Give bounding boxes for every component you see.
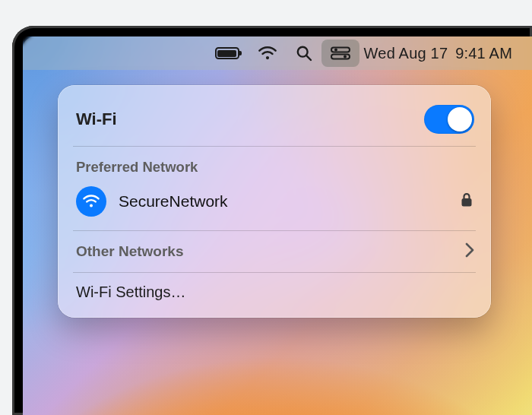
menubar-time: 9:41 AM [455, 45, 512, 62]
divider [73, 146, 476, 147]
svg-line-1 [306, 55, 311, 60]
wifi-status-icon[interactable] [249, 40, 287, 67]
menubar-date: Wed Aug 17 [364, 45, 448, 62]
panel-title: Wi-Fi [76, 109, 424, 129]
svg-rect-4 [331, 55, 350, 59]
battery-status-icon[interactable] [206, 40, 249, 67]
svg-point-5 [344, 55, 347, 59]
svg-rect-2 [331, 48, 350, 52]
wifi-panel: Wi-Fi Preferred Network SecureNetwork [58, 85, 491, 318]
screen: Wed Aug 17 9:41 AM Wi-Fi Preferred Netwo… [23, 36, 532, 415]
wifi-header-row: Wi-Fi [58, 97, 491, 143]
wifi-toggle-knob [448, 107, 472, 131]
menubar-clock[interactable]: Wed Aug 17 9:41 AM [359, 40, 521, 67]
chevron-right-icon [465, 241, 474, 261]
svg-rect-6 [462, 198, 472, 207]
lock-icon [461, 192, 473, 211]
control-center-icon[interactable] [321, 40, 359, 67]
wifi-settings-label: Wi-Fi Settings… [76, 284, 185, 300]
wifi-connected-icon [76, 186, 106, 217]
preferred-network-header: Preferred Network [58, 150, 491, 180]
menubar: Wed Aug 17 9:41 AM [23, 36, 532, 70]
preferred-network-row[interactable]: SecureNetwork [58, 180, 491, 227]
other-networks-row[interactable]: Other Networks [58, 234, 491, 269]
preferred-network-name: SecureNetwork [119, 192, 448, 211]
other-networks-label: Other Networks [76, 243, 465, 260]
spotlight-search-icon[interactable] [287, 40, 321, 67]
divider [73, 272, 476, 273]
wifi-toggle[interactable] [424, 105, 474, 134]
divider [73, 230, 476, 231]
svg-point-3 [334, 49, 337, 52]
wifi-settings-row[interactable]: Wi-Fi Settings… [58, 276, 491, 312]
device-frame: Wed Aug 17 9:41 AM Wi-Fi Preferred Netwo… [12, 26, 532, 415]
